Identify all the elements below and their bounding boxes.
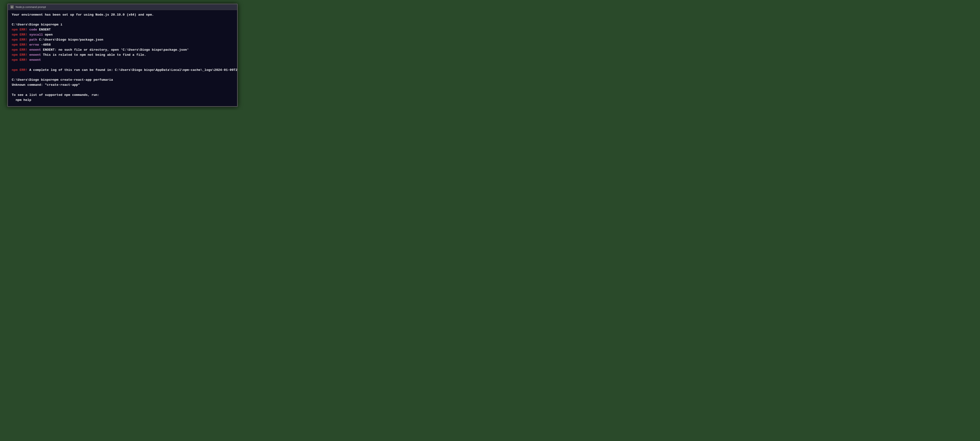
window-icon: ■ [10,5,14,9]
terminal-line-blank [12,17,233,22]
terminal-line-cmd1: C:\Users\Diogo bispo>npm i [12,22,233,27]
terminal-line-err6: npm ERR! enoent This is related to npm n… [12,53,233,58]
terminal-line-hint2: npm help [12,98,233,103]
terminal-line-blank4 [12,88,233,93]
terminal-line-err1: npm ERR! code ENOENT [12,27,233,32]
terminal-body[interactable]: Your environment has been set up for usi… [8,10,237,106]
terminal-line-info: Your environment has been set up for usi… [12,13,233,18]
terminal-line-unknown: Unknown command: "create-react-app" [12,83,233,88]
terminal-line-err2: npm ERR! syscall open [12,32,233,37]
terminal-line-err7: npm ERR! enoent [12,58,233,63]
terminal-line-blank5 [12,103,233,106]
terminal-line-err5: npm ERR! enoent ENOENT: no such file or … [12,48,233,53]
window-title: Node.js command prompt [16,6,46,8]
terminal-line-blank2 [12,63,233,68]
terminal-line-err3: npm ERR! path C:\Users\Diogo bispo/packa… [12,37,233,43]
terminal-window: ■ Node.js command prompt Your environmen… [7,3,238,107]
terminal-line-hint1: To see a list of supported npm commands,… [12,93,233,98]
terminal-line-err4: npm ERR! errno -4058 [12,43,233,48]
terminal-line-blank3 [12,73,233,78]
title-bar: ■ Node.js command prompt [8,4,237,10]
terminal-line-log: npm ERR! A complete log of this run can … [12,68,233,73]
terminal-line-cmd2: C:\Users\Diogo bispo>npm create-react-ap… [12,78,233,83]
